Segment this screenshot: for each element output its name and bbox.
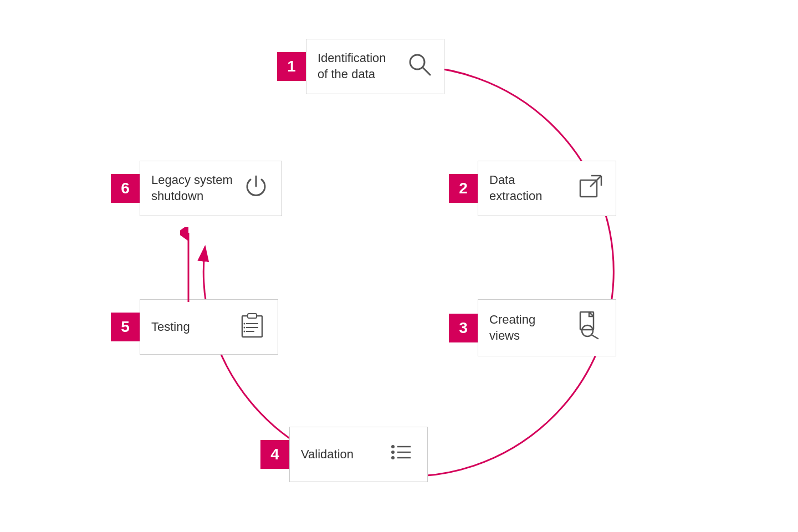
- step-2-label: Dataextraction: [489, 172, 542, 204]
- step-3-number: 3: [449, 314, 478, 342]
- svg-rect-17: [242, 316, 262, 337]
- step-6-box: Legacy systemshutdown: [140, 161, 282, 216]
- svg-point-22: [244, 323, 245, 324]
- step-5-box: Testing: [140, 299, 278, 355]
- diagram-container: 1 Identificationof the data 2 Dataextrac…: [94, 22, 704, 510]
- export-icon: [577, 172, 605, 205]
- step-6-number: 6: [111, 174, 140, 203]
- step-6: 6 Legacy systemshutdown: [111, 161, 282, 216]
- svg-point-13: [391, 451, 395, 454]
- step-3-box: Creatingviews: [478, 299, 616, 356]
- step-5: 5 Testing: [111, 299, 278, 355]
- svg-point-15: [391, 456, 395, 459]
- step-4-number: 4: [260, 440, 289, 469]
- step-6-label: Legacy systemshutdown: [151, 172, 233, 204]
- step-3-label: Creatingviews: [489, 312, 535, 344]
- svg-point-23: [244, 326, 245, 328]
- step-5-label: Testing: [151, 319, 190, 335]
- step-1-box: Identificationof the data: [306, 39, 444, 94]
- svg-line-6: [590, 176, 601, 187]
- step-1: 1 Identificationof the data: [277, 39, 444, 94]
- step-2-box: Dataextraction: [478, 161, 616, 216]
- svg-rect-18: [248, 314, 257, 318]
- step-5-number: 5: [111, 313, 140, 341]
- step-2: 2 Dataextraction: [449, 161, 616, 216]
- step-2-number: 2: [449, 174, 478, 203]
- step-4: 4 Validation: [260, 427, 428, 482]
- svg-point-11: [391, 445, 395, 448]
- file-search-icon: [574, 310, 605, 346]
- clipboard-icon: [238, 310, 267, 344]
- step-4-label: Validation: [301, 447, 354, 463]
- step-4-box: Validation: [289, 427, 428, 482]
- list-icon: [387, 438, 416, 472]
- svg-point-24: [244, 330, 245, 332]
- power-icon: [242, 172, 270, 206]
- step-1-number: 1: [277, 52, 306, 81]
- svg-line-10: [591, 335, 598, 339]
- svg-line-2: [423, 68, 430, 75]
- search-icon: [406, 51, 433, 83]
- step-1-label: Identificationof the data: [318, 50, 386, 82]
- step-3: 3 Creatingviews: [449, 299, 616, 356]
- up-arrow: [180, 227, 197, 305]
